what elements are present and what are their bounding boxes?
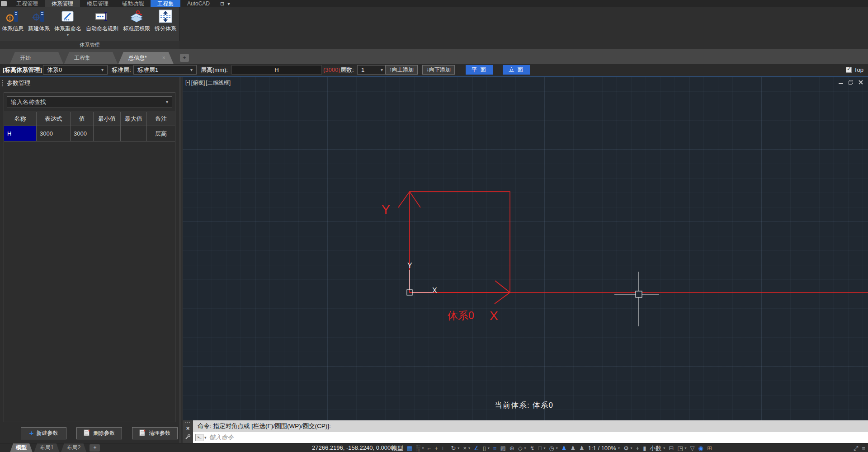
minimize-icon[interactable] <box>838 80 844 85</box>
fullscreen-icon[interactable]: ⤢ <box>854 444 858 452</box>
snap-caret-icon[interactable]: ▾ <box>422 444 424 452</box>
doc-tab-start[interactable]: 开始 <box>10 52 63 64</box>
checkbox-checked-icon[interactable] <box>846 67 852 73</box>
menu-tab-system-management[interactable]: 体系管理 <box>45 0 80 7</box>
cube-caret-icon[interactable]: ▾ <box>543 444 545 452</box>
add-tab-button[interactable]: + <box>180 54 189 62</box>
panel-toggle-icon[interactable]: ⊡ ▾ <box>217 0 235 7</box>
clean-screen-icon[interactable]: ◉ <box>698 444 703 452</box>
annotation-visibility-icon[interactable]: ♟ <box>561 444 567 452</box>
system-info-button[interactable]: 体系信息 <box>1 9 24 33</box>
grid-icon[interactable]: ▦ <box>407 444 412 452</box>
isodraft-icon[interactable]: ↯ <box>530 444 535 452</box>
standard-layer-permission-button[interactable]: 标准层权限 <box>122 9 151 33</box>
autoscale-icon[interactable]: ♟ <box>570 444 576 452</box>
layout-tab-layout1[interactable]: 布局1 <box>34 443 60 452</box>
app-button[interactable] <box>1 1 7 6</box>
param-min-cell[interactable] <box>94 126 120 141</box>
plan-view-button[interactable]: 平 面 <box>466 65 493 75</box>
command-prompt-caret-icon[interactable]: ▾ <box>204 435 207 440</box>
layout-tab-model[interactable]: 模型 <box>10 443 33 452</box>
layout-tab-layout2[interactable]: 布局2 <box>61 443 87 452</box>
quick-properties-icon[interactable]: ⊟ <box>669 444 674 452</box>
doc-tab-project-set[interactable]: 工程集 <box>64 52 118 64</box>
param-expression-cell[interactable]: 3000 <box>37 126 71 141</box>
menu-tab-project-management[interactable]: 工程管理 <box>9 0 45 7</box>
ui-lock-icon[interactable]: ◳ <box>677 444 683 452</box>
command-input-placeholder[interactable]: 键入命令 <box>209 433 234 442</box>
elevation-view-button[interactable]: 立 面 <box>503 65 530 75</box>
annotation-monitor-icon[interactable]: ◷ <box>549 444 554 452</box>
split-system-button[interactable]: 拆分体系 <box>154 9 177 33</box>
standard-layer-select[interactable]: 标准层1 <box>133 65 197 75</box>
grip-icon[interactable] <box>185 421 191 424</box>
menu-icon[interactable]: ≡ <box>862 444 865 452</box>
osnap-icon[interactable]: × <box>463 444 467 452</box>
parameter-search-select[interactable]: 输入名称查找 <box>7 96 172 108</box>
doc-tab-general-info[interactable]: 总信息*× <box>118 52 174 64</box>
units-ruler-icon[interactable]: ▮ <box>643 444 646 452</box>
param-max-cell[interactable] <box>121 126 147 141</box>
viewport-view-control[interactable]: [俯视] <box>191 79 205 87</box>
ortho-icon[interactable]: ∟ <box>442 444 448 452</box>
top-view-checkbox[interactable]: Top <box>846 65 863 75</box>
tracking-caret-icon[interactable]: ▾ <box>488 444 490 452</box>
wrench-icon[interactable] <box>185 434 191 441</box>
view-cube-icon[interactable]: □ <box>538 444 542 452</box>
dynamic-input-icon[interactable]: + <box>434 444 438 452</box>
tray-icon[interactable]: ⊞ <box>707 444 712 452</box>
snap-grid-icon[interactable]: ░ <box>416 444 420 452</box>
command-close-icon[interactable]: × <box>186 425 190 432</box>
close-tab-icon[interactable]: × <box>162 55 165 61</box>
lineweight-icon[interactable]: ≡ <box>493 444 497 452</box>
param-name-cell[interactable]: H <box>4 126 37 141</box>
osnap-tracking-icon[interactable]: ∠ <box>474 444 479 452</box>
new-system-button[interactable]: 新建体系 <box>27 9 51 33</box>
units-label[interactable]: 小数 <box>650 444 661 452</box>
polar-tracking-icon[interactable]: ↻ <box>451 444 456 452</box>
menu-tab-floor-management[interactable]: 楼层管理 <box>80 0 115 7</box>
osnap-caret-icon[interactable]: ▾ <box>468 444 470 452</box>
scale-label[interactable]: 1:1 / 100% <box>588 444 616 452</box>
menu-tab-auxiliary-functions[interactable]: 辅助功能 <box>115 0 151 7</box>
viewport-collapse-control[interactable]: [-] <box>185 79 190 87</box>
drawing-canvas[interactable]: [-] [俯视] [二维线框] Y 体系0 X <box>183 77 868 420</box>
system-axes-rectangle[interactable] <box>398 192 868 304</box>
clean-parameter-button[interactable]: 清理参数 <box>132 427 178 439</box>
param-value-cell[interactable]: 3000 <box>71 126 94 141</box>
command-input-row[interactable]: >_ ▾ 键入命令 <box>193 432 868 443</box>
polar-caret-icon[interactable]: ▾ <box>458 444 459 452</box>
isolate-objects-icon[interactable]: ▽ <box>690 444 695 452</box>
add-below-button[interactable]: ↓向下添加 <box>422 65 455 75</box>
workspace-gear-icon[interactable]: ⚙ <box>623 444 629 452</box>
dynamic-ucs-icon[interactable]: ◇ <box>518 444 523 452</box>
auto-naming-rule-button[interactable]: 自动命名规则 <box>85 9 119 33</box>
floor-count-select[interactable]: 1 <box>357 65 387 75</box>
layout-tab-add[interactable]: + <box>90 444 100 452</box>
rename-system-button[interactable]: 体系重命名 <box>53 9 82 38</box>
grip-icon[interactable] <box>1 80 4 87</box>
selection-cycling-icon[interactable]: ⊕ <box>509 444 514 452</box>
restore-icon[interactable] <box>848 80 854 85</box>
delete-parameter-button[interactable]: 删除参数 <box>76 427 122 439</box>
system-select[interactable]: 体系0 <box>43 65 108 75</box>
close-icon[interactable] <box>858 80 863 85</box>
floor-height-input[interactable]: H <box>231 65 322 75</box>
model-space-toggle[interactable]: 模型 <box>392 444 403 452</box>
menu-tab-project-set[interactable]: 工程集 <box>151 0 180 7</box>
gear-caret-icon[interactable]: ▾ <box>631 444 632 452</box>
infer-constraints-icon[interactable]: ⌐ <box>428 444 431 452</box>
monitor-caret-icon[interactable]: ▾ <box>556 444 558 452</box>
units-caret-icon[interactable]: ▾ <box>663 444 665 452</box>
annotation-scale-icon[interactable]: ♟ <box>579 444 585 452</box>
add-above-button[interactable]: ↑向上添加 <box>385 65 418 75</box>
plus-icon[interactable]: + <box>636 444 640 452</box>
more-caret-icon[interactable]: ▾ <box>524 444 526 452</box>
lock-caret-icon[interactable]: ▾ <box>685 444 687 452</box>
parameter-table-row[interactable]: H 3000 3000 层高 <box>4 126 175 141</box>
transparency-icon[interactable]: ▨ <box>500 444 505 452</box>
viewport-visual-style-control[interactable]: [二维线框] <box>206 79 231 87</box>
new-parameter-button[interactable]: + 新建参数 <box>21 427 66 439</box>
param-note-cell[interactable]: 层高 <box>147 126 175 141</box>
scale-caret-icon[interactable]: ▾ <box>618 444 620 452</box>
